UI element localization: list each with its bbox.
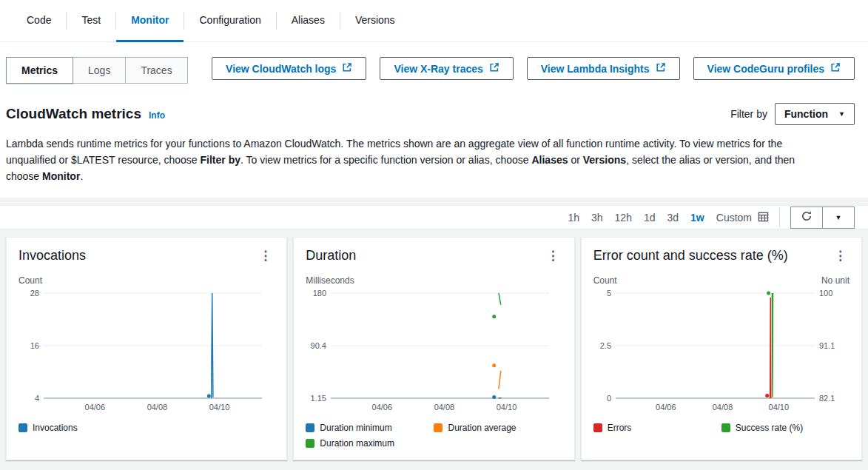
tab-test[interactable]: Test bbox=[67, 0, 115, 42]
view-lambda-insights-button[interactable]: View Lambda Insights bbox=[527, 57, 680, 80]
description-text: Lambda sends runtime metrics for your fu… bbox=[0, 125, 844, 184]
svg-text:4: 4 bbox=[35, 394, 39, 403]
svg-text:16: 16 bbox=[30, 341, 39, 350]
svg-text:04/06: 04/06 bbox=[372, 403, 393, 412]
svg-text:91.1: 91.1 bbox=[819, 341, 835, 350]
svg-text:04/06: 04/06 bbox=[85, 403, 106, 412]
svg-text:04/10: 04/10 bbox=[497, 403, 517, 412]
chevron-down-icon: ▼ bbox=[838, 110, 845, 118]
tab-versions[interactable]: Versions bbox=[340, 0, 410, 42]
legend-item: Success rate (%) bbox=[721, 423, 850, 433]
external-link-icon bbox=[830, 62, 841, 75]
tab-aliases[interactable]: Aliases bbox=[277, 0, 340, 42]
range-3h[interactable]: 3h bbox=[591, 212, 603, 224]
page-title: CloudWatch metrics bbox=[6, 106, 141, 122]
monitor-subheader: Metrics Logs Traces View CloudWatch logs… bbox=[0, 42, 868, 84]
y-axis-label: Milliseconds bbox=[306, 275, 354, 286]
chart-title: Duration bbox=[306, 248, 356, 263]
external-link-icon bbox=[489, 62, 499, 75]
button-label: View CodeGuru profiles bbox=[707, 63, 824, 75]
metrics-content-area: 1h 3h 12h 1d 3d 1w Custom ▼ bbox=[0, 198, 868, 470]
legend-swatch bbox=[434, 423, 443, 432]
dropdown-value: Function bbox=[784, 108, 828, 120]
subtab-metrics[interactable]: Metrics bbox=[6, 57, 73, 84]
svg-text:1.15: 1.15 bbox=[311, 394, 326, 403]
button-label: View X-Ray traces bbox=[394, 63, 482, 75]
view-codeguru-profiles-button[interactable]: View CodeGuru profiles bbox=[693, 57, 855, 80]
svg-text:04/08: 04/08 bbox=[434, 403, 455, 412]
kebab-menu-icon[interactable]: ⋮ bbox=[831, 248, 850, 263]
filter-function-dropdown[interactable]: Function ▼ bbox=[775, 103, 855, 125]
svg-text:2.5: 2.5 bbox=[599, 341, 610, 350]
range-3d[interactable]: 3d bbox=[667, 212, 679, 224]
external-link-icon bbox=[656, 62, 666, 75]
time-range-selector: 1h 3h 12h 1d 3d 1w Custom bbox=[568, 211, 769, 224]
chevron-down-icon: ▼ bbox=[835, 214, 842, 221]
chart-cards-row: Invocations ⋮ Count 2816404/0604/0804/10… bbox=[0, 229, 868, 470]
button-label: View Lambda Insights bbox=[541, 63, 650, 75]
chart-legend: Invocations bbox=[18, 423, 275, 438]
legend-label: Errors bbox=[608, 423, 632, 433]
kebab-menu-icon[interactable]: ⋮ bbox=[544, 248, 562, 263]
view-xray-traces-button[interactable]: View X-Ray traces bbox=[380, 57, 513, 80]
lambda-monitor-page: Code Test Monitor Configuration Aliases … bbox=[0, 0, 868, 470]
tab-configuration[interactable]: Configuration bbox=[184, 0, 275, 42]
invocations-chart-card: Invocations ⋮ Count 2816404/0604/0804/10… bbox=[6, 237, 287, 460]
chart-legend: Duration minimum Duration average Durati… bbox=[306, 423, 562, 454]
legend-swatch bbox=[721, 423, 730, 432]
y-axis-label: Count bbox=[18, 275, 42, 286]
kebab-menu-icon[interactable]: ⋮ bbox=[256, 248, 275, 263]
refresh-button-group: ▼ bbox=[790, 207, 855, 229]
subtab-traces[interactable]: Traces bbox=[125, 57, 187, 84]
svg-text:0: 0 bbox=[607, 394, 611, 403]
refresh-options-dropdown[interactable]: ▼ bbox=[822, 207, 855, 229]
svg-text:04/08: 04/08 bbox=[712, 403, 733, 412]
duration-chart-card: Duration ⋮ Milliseconds 18090.41.1504/06… bbox=[293, 237, 574, 460]
legend-label: Duration maximum bbox=[320, 438, 394, 449]
legend-label: Duration average bbox=[448, 423, 516, 433]
toolbar-divider bbox=[779, 208, 780, 226]
button-label: View CloudWatch logs bbox=[226, 63, 336, 75]
info-link[interactable]: Info bbox=[149, 110, 165, 121]
custom-range-label: Custom bbox=[716, 212, 752, 224]
tab-code[interactable]: Code bbox=[12, 0, 66, 42]
calendar-icon bbox=[758, 211, 769, 224]
chart-title: Error count and success rate (%) bbox=[593, 248, 788, 263]
chart-legend: Errors Success rate (%) bbox=[593, 423, 850, 438]
svg-text:04/10: 04/10 bbox=[209, 403, 230, 412]
external-link-icon bbox=[342, 62, 352, 75]
tab-monitor[interactable]: Monitor bbox=[116, 0, 184, 42]
legend-swatch bbox=[18, 423, 27, 432]
y-axis-right-label: No unit bbox=[821, 275, 850, 286]
legend-item: Invocations bbox=[18, 423, 147, 433]
legend-item: Duration minimum bbox=[306, 423, 434, 433]
view-cloudwatch-logs-button[interactable]: View CloudWatch logs bbox=[212, 57, 366, 80]
subtab-logs[interactable]: Logs bbox=[73, 57, 126, 84]
svg-text:04/06: 04/06 bbox=[656, 403, 676, 412]
metrics-subtabs: Metrics Logs Traces bbox=[6, 57, 188, 84]
custom-range-button[interactable]: Custom bbox=[716, 211, 769, 224]
svg-text:180: 180 bbox=[313, 289, 326, 298]
metrics-header-row: CloudWatch metrics Info Filter by Functi… bbox=[0, 84, 868, 125]
svg-text:04/10: 04/10 bbox=[768, 403, 789, 412]
legend-label: Duration minimum bbox=[320, 423, 391, 433]
filter-by-label: Filter by bbox=[730, 108, 767, 120]
svg-text:5: 5 bbox=[607, 289, 611, 298]
legend-item: Errors bbox=[593, 423, 721, 433]
range-1h[interactable]: 1h bbox=[568, 212, 579, 224]
range-12h[interactable]: 12h bbox=[615, 212, 632, 224]
range-1d[interactable]: 1d bbox=[644, 212, 656, 224]
time-range-toolbar: 1h 3h 12h 1d 3d 1w Custom ▼ bbox=[0, 205, 868, 229]
legend-swatch bbox=[306, 423, 314, 432]
legend-label: Invocations bbox=[33, 423, 78, 433]
svg-text:90.4: 90.4 bbox=[311, 341, 326, 350]
error-success-chart-card: Error count and success rate (%) ⋮ Count… bbox=[581, 237, 862, 460]
chart-title: Invocations bbox=[18, 248, 86, 263]
svg-text:04/08: 04/08 bbox=[147, 403, 168, 412]
refresh-button[interactable] bbox=[790, 207, 823, 229]
chart-svg-1: 18090.41.1504/0604/0804/10 bbox=[306, 287, 559, 414]
chart-svg-0: 2816404/0604/0804/10 bbox=[18, 287, 272, 414]
range-1w[interactable]: 1w bbox=[690, 212, 704, 224]
legend-swatch bbox=[306, 439, 314, 448]
svg-text:100: 100 bbox=[819, 289, 832, 298]
